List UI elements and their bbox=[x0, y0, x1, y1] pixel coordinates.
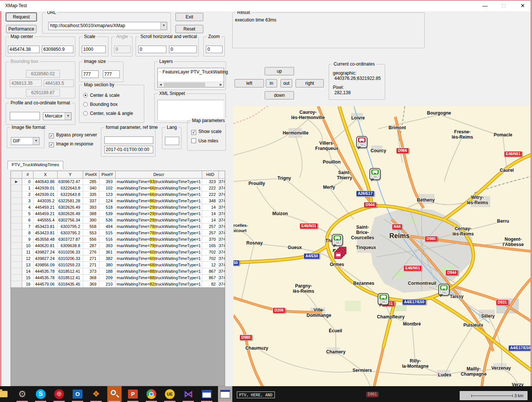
reset-button[interactable]: Reset bbox=[175, 25, 203, 33]
layers-listbox[interactable]: ┄ FeatureLayer PTV_TruckWaiting ◀ ▶ bbox=[157, 68, 224, 87]
format-parameter-input[interactable] bbox=[104, 136, 153, 144]
ref-time-input[interactable] bbox=[104, 146, 153, 153]
scroll-left-icon[interactable]: ◀ bbox=[158, 82, 163, 87]
table-row[interactable]: 9453558.486303727.87556516 maxWaitingTim… bbox=[11, 236, 225, 243]
pan-right-button[interactable]: right bbox=[296, 79, 324, 87]
butterfly-icon: ❖ bbox=[92, 389, 100, 399]
map-view[interactable]: Cauroy-lès-HermonvilleLoivreBourgogneHer… bbox=[233, 106, 532, 402]
taskbar-ultraedit-button[interactable]: UE bbox=[163, 386, 177, 402]
taskbar[interactable]: ⚙S⊕O❖PUE⋈ PTV, HERE, AND D951 3 km bbox=[0, 386, 532, 402]
table-row[interactable]: 4445459.216302626.49393518 maxWaitingTim… bbox=[11, 204, 225, 211]
road-badge: D980 bbox=[425, 236, 437, 242]
pan-up-button[interactable]: up bbox=[265, 67, 294, 75]
exit-button[interactable]: Exit bbox=[175, 13, 203, 21]
taskbar-window-white-button[interactable] bbox=[218, 386, 232, 402]
cell-index: 0 bbox=[22, 179, 34, 185]
table-row[interactable]: 2442939.016322643.8335123 maxWaitingTime… bbox=[11, 191, 225, 198]
table-row[interactable]: ▶0440543.866309672.47285393 maxWaitingTi… bbox=[11, 179, 225, 185]
image-in-response-checkbox[interactable]: ✓Image in response bbox=[49, 141, 93, 147]
url-dropdown-arrow-icon[interactable]: ▼ bbox=[160, 22, 167, 30]
zoom-in-button[interactable]: in bbox=[266, 79, 277, 87]
image-format-dropdown-arrow-icon[interactable]: ▼ bbox=[33, 138, 39, 145]
truck-waiting-stack-icon[interactable] bbox=[334, 247, 347, 262]
pan-left-button[interactable]: left bbox=[235, 79, 264, 87]
image-width-input[interactable] bbox=[82, 70, 99, 78]
truck-waiting-green-icon[interactable]: =oo bbox=[369, 168, 382, 183]
road-badge: E46/N51 bbox=[504, 151, 523, 157]
radio-bounding-box[interactable]: Bounding box bbox=[83, 102, 117, 107]
road-badge: D980 bbox=[239, 335, 252, 341]
truck-waiting-green-icon[interactable]: =oo bbox=[378, 293, 390, 308]
lang-input[interactable] bbox=[165, 137, 179, 145]
image-format-combo[interactable]: GIF ▼ bbox=[11, 137, 40, 145]
table-row[interactable]: 15444535.786318512.41368209 maxWaitingTi… bbox=[11, 275, 225, 281]
bypass-proxy-checkbox[interactable]: ✓Bypass proxy server bbox=[49, 132, 97, 138]
zoom-input[interactable] bbox=[206, 46, 223, 53]
truck-waiting-red-icon[interactable]: =oo bbox=[356, 136, 369, 151]
checkbox-unchecked-icon bbox=[191, 138, 196, 143]
cell-overflow: 374 bbox=[219, 262, 225, 268]
radio-center-scale-angle[interactable]: Center, scale & angle bbox=[83, 111, 133, 116]
show-scale-checkbox[interactable]: ✓Show scale bbox=[191, 129, 221, 135]
taskbar-search-button[interactable] bbox=[107, 386, 122, 402]
taskbar-globe-button[interactable]: ⊕ bbox=[52, 386, 66, 402]
taskbar-powerpoint-button[interactable]: P bbox=[126, 386, 140, 402]
visualstudio-icon: ⋈ bbox=[184, 389, 193, 399]
taskbar-window-blue-button[interactable] bbox=[200, 386, 214, 402]
table-row[interactable]: 7453423.816303795.2558494 maxWaitingTime… bbox=[11, 223, 225, 230]
image-height-input[interactable] bbox=[103, 70, 120, 78]
table-row[interactable]: 1442939.016322643.8340102 maxWaitingTime… bbox=[11, 185, 225, 191]
map-center-x-input[interactable] bbox=[8, 46, 40, 53]
radio-center-scale[interactable]: Center & scale bbox=[83, 93, 120, 98]
scroll-h-input[interactable] bbox=[138, 46, 166, 53]
taskbar-skype-button[interactable]: S bbox=[34, 386, 48, 402]
map-city-label: Chamery bbox=[326, 349, 345, 355]
taskbar-visualstudio-button[interactable]: ⋈ bbox=[181, 386, 195, 402]
url-combo[interactable]: http://localhost:50010/xmap/ws/XMap ▼ bbox=[48, 22, 167, 30]
scroll-right-icon[interactable]: ▶ bbox=[218, 82, 224, 87]
table-row[interactable]: 11439827.246310206.33276361 maxWaitingTi… bbox=[11, 249, 225, 255]
scroll-thumb[interactable] bbox=[164, 83, 205, 87]
table-row[interactable]: 10440620.816309638.8287393 maxWaitingTim… bbox=[11, 243, 225, 249]
table-row[interactable]: 16444579.066318435.45369210 maxWaitingTi… bbox=[11, 281, 225, 287]
cell-pixel-x: 340 bbox=[83, 185, 99, 191]
coordinate-format-combo[interactable]: Mercator ▼ bbox=[43, 112, 72, 120]
minimize-button[interactable]: — bbox=[479, 2, 491, 10]
table-row[interactable]: 6445555.46302756.34390536 maxWaitingTime… bbox=[11, 217, 225, 223]
profile-input[interactable] bbox=[10, 112, 40, 120]
taskbar-folder-button[interactable] bbox=[0, 386, 10, 402]
scroll-v-input[interactable] bbox=[169, 46, 197, 53]
map-center-y-input[interactable] bbox=[42, 46, 73, 53]
format-dropdown-arrow-icon[interactable]: ▼ bbox=[65, 113, 71, 120]
layers-hscrollbar[interactable]: ◀ ▶ bbox=[158, 82, 224, 87]
zoom-out-button[interactable]: out bbox=[280, 79, 292, 87]
table-row[interactable]: 3443035.26322581.28337124 maxWaitingTime… bbox=[11, 198, 225, 204]
xml-snippet-textarea[interactable] bbox=[157, 100, 224, 121]
performance-button[interactable]: Performance bbox=[6, 25, 37, 33]
pan-down-button[interactable]: down bbox=[265, 91, 294, 99]
table-row[interactable]: 12439827.246310206.33271382 maxWaitingTi… bbox=[11, 255, 225, 262]
use-miles-checkbox[interactable]: Use miles bbox=[191, 138, 218, 144]
cell-y: 6318512.41 bbox=[58, 268, 83, 275]
cell-x: 453558.48 bbox=[34, 236, 58, 243]
cell-pixel-y: 382 bbox=[99, 255, 116, 262]
layer-item[interactable]: ┄ FeatureLayer PTV_TruckWaiting bbox=[159, 69, 228, 75]
column-header: HiID bbox=[202, 171, 219, 179]
close-button[interactable]: ✕ bbox=[517, 2, 528, 10]
truck-waiting-green-icon[interactable]: =oo bbox=[438, 284, 451, 299]
table-row[interactable]: 8453423.816303795.2553515 maxWaitingTime… bbox=[11, 230, 225, 236]
tab-ptv-truckwaitingtimes[interactable]: PTV_TruckWaitingTimes bbox=[8, 161, 63, 169]
taskbar-butterfly-button[interactable]: ❖ bbox=[89, 386, 103, 402]
maximize-button[interactable]: ☐ bbox=[498, 2, 509, 10]
table-row[interactable]: 13439856.096310259.23271380 maxWaitingTi… bbox=[11, 262, 225, 268]
taskbar-gear-button[interactable]: ⚙ bbox=[15, 386, 29, 402]
cell-overflow: 374 bbox=[219, 275, 225, 281]
request-button[interactable]: Request bbox=[6, 13, 37, 21]
taskbar-chrome-button[interactable] bbox=[144, 386, 159, 402]
table-row[interactable]: 14444535.786318512.41373188 maxWaitingTi… bbox=[11, 268, 225, 275]
map-city-label: Sillery bbox=[481, 313, 495, 319]
scale-input[interactable] bbox=[82, 46, 106, 53]
table-row[interactable]: 5445459.216302626.49388539 maxWaitingTim… bbox=[11, 211, 225, 217]
taskbar-outlook-button[interactable]: O bbox=[70, 386, 85, 402]
truck-waiting-times-table[interactable]: #XYPixelXPixelYDescrHiID▶0440543.8663096… bbox=[11, 171, 225, 386]
